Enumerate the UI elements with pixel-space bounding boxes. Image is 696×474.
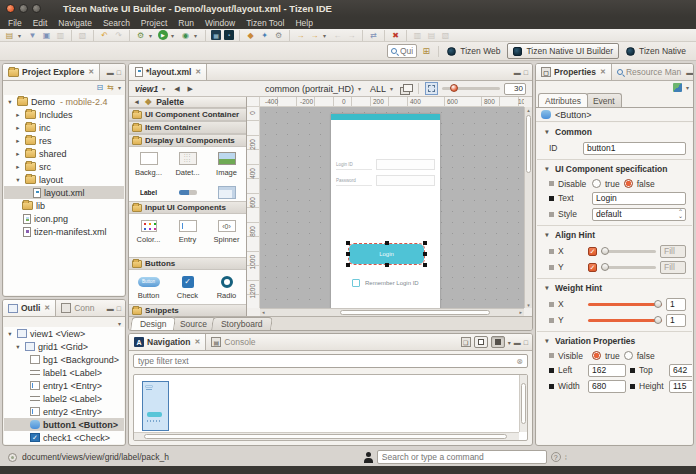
new-wizard-caret-icon[interactable]: ▾	[18, 32, 24, 39]
outline-item-entry2[interactable]: entry2 <Entry>	[4, 405, 124, 418]
redo-icon[interactable]: ↷	[113, 30, 124, 41]
maximize-icon[interactable]: □	[524, 339, 528, 346]
tree-item-icon-png[interactable]: icon.png	[4, 212, 124, 225]
subtab-attributes[interactable]: Attributes	[538, 93, 588, 107]
run-caret-icon[interactable]: ▾	[171, 32, 177, 39]
palette-item-label[interactable]: Label Label	[129, 181, 168, 201]
twist-icon[interactable]: ▸	[14, 111, 22, 119]
clear-filter-icon[interactable]: ⊗	[516, 357, 523, 366]
twist-icon[interactable]: ▾	[14, 176, 22, 184]
print-icon[interactable]: ▥	[55, 30, 66, 41]
twist-icon[interactable]: ▾	[6, 98, 14, 106]
run-last-icon[interactable]: →	[295, 30, 306, 41]
align-y-slider[interactable]	[601, 266, 656, 269]
zoom-slider[interactable]	[442, 87, 500, 90]
window-maximize-button[interactable]	[32, 4, 41, 13]
view-menu-icon[interactable]: ▾	[508, 339, 511, 346]
twist-icon[interactable]: ▾	[6, 330, 14, 338]
id-input[interactable]	[583, 142, 686, 155]
section-align-header[interactable]: ▾ Align Hint	[537, 226, 692, 243]
palette-item-slider[interactable]: Slider	[129, 248, 168, 257]
palette-item-check[interactable]: ✓ Check	[168, 270, 207, 304]
navigation-horizontal-scrollbar[interactable]	[134, 432, 519, 440]
palette-item-image[interactable]: Image	[207, 147, 246, 181]
palette-item-spinner[interactable]: ‹0› Spinner	[207, 214, 246, 248]
disable-true-radio[interactable]	[592, 179, 601, 188]
width-input[interactable]	[588, 380, 626, 393]
outline-item-grid1[interactable]: ▾ grid1 <Grid>	[4, 340, 124, 353]
undo-icon[interactable]: ↶	[99, 30, 110, 41]
resize-handle[interactable]	[423, 241, 427, 245]
menu-search[interactable]: Search	[103, 18, 130, 28]
tab-outline[interactable]: Outli ✕	[3, 300, 56, 316]
tab-navigation[interactable]: A Navigation ✕	[129, 334, 206, 350]
tab-resource-manager[interactable]: Resource Man	[612, 64, 686, 80]
view-a-icon[interactable]: ▥	[412, 30, 423, 41]
style-spinner-icon[interactable]: ⌃⌄	[678, 210, 683, 218]
palette-category-input[interactable]: Input UI Components	[129, 201, 246, 214]
tab-properties[interactable]: ▢ Properties ✕	[536, 64, 612, 80]
disable-false-radio[interactable]	[624, 179, 633, 188]
weight-x-slider[interactable]	[588, 303, 662, 306]
tree-item-res[interactable]: ▸ res	[4, 134, 124, 147]
minimize-icon[interactable]: ▬	[107, 69, 114, 76]
window-minimize-button[interactable]	[19, 4, 28, 13]
close-icon[interactable]: ✕	[600, 68, 606, 76]
canvas-horizontal-scrollbar[interactable]: ◂ ▸	[260, 308, 524, 316]
terminate-icon[interactable]: ✖	[390, 30, 401, 41]
filter-caret-icon[interactable]: ▾	[390, 85, 396, 92]
canvas-grid[interactable]: Login ID Password Login	[260, 107, 524, 308]
outline-item-button1[interactable]: button1 <Button>	[4, 418, 124, 431]
package-icon[interactable]: ◆	[245, 30, 256, 41]
certificate-icon[interactable]: ✦	[259, 30, 270, 41]
top-input[interactable]	[669, 364, 692, 377]
close-icon[interactable]: ✕	[44, 304, 50, 312]
close-icon[interactable]: ✕	[88, 68, 94, 76]
run-history-icon[interactable]: →	[309, 30, 320, 41]
left-input[interactable]	[588, 364, 626, 377]
filter-selector[interactable]: ALL	[370, 84, 386, 94]
open-perspective-icon[interactable]: ⊞	[423, 45, 431, 57]
view-b-icon[interactable]: ▤	[426, 30, 437, 41]
resize-handle[interactable]	[346, 241, 350, 245]
canvas-vertical-scrollbar[interactable]: ▴ ▾	[524, 107, 532, 308]
profile-selector[interactable]: common (portrait_HD)	[265, 84, 354, 94]
design-canvas[interactable]: -400 -200 0 200 400 600 800 1000 1200 0 …	[247, 97, 532, 316]
minimize-icon[interactable]: ▬	[686, 69, 693, 76]
palette-category-snippets[interactable]: Snippets	[129, 304, 246, 316]
password-label[interactable]: Password	[336, 175, 372, 186]
resize-handle[interactable]	[423, 263, 427, 267]
view-selector[interactable]: view1	[135, 84, 158, 94]
profile-caret-icon[interactable]: ▾	[194, 32, 200, 39]
style-select[interactable]	[592, 208, 686, 221]
scroll-right-icon[interactable]: ▸	[519, 309, 522, 315]
section-weight-header[interactable]: ▾ Weight Hint	[537, 279, 692, 296]
thumbnail-mode-button[interactable]	[491, 336, 505, 348]
palette-item-entry[interactable]: Entry	[168, 214, 207, 248]
save-icon[interactable]: ▼	[27, 30, 38, 41]
view-c-icon[interactable]: ▧	[440, 30, 451, 41]
collapse-all-icon[interactable]: ⊟	[97, 83, 104, 92]
device-manager-icon[interactable]: ▪	[224, 30, 234, 40]
collapse-palette-icon[interactable]: ◂	[133, 98, 141, 106]
new-page-icon[interactable]: ❏	[461, 337, 471, 347]
phone-screen[interactable]: Login ID Password Login	[331, 114, 440, 308]
visible-true-radio[interactable]	[592, 351, 601, 360]
list-mode-button[interactable]	[474, 336, 488, 348]
login-id-entry[interactable]	[376, 159, 435, 170]
link-with-editor-icon[interactable]: ⇄	[368, 30, 379, 41]
menu-project[interactable]: Project	[141, 18, 167, 28]
quick-access-input[interactable]	[400, 46, 413, 56]
palette-item-layout[interactable]: Layout	[207, 181, 246, 201]
user-icon[interactable]	[363, 452, 373, 463]
preferences-icon[interactable]: ⚙	[273, 30, 284, 41]
tree-item-shared[interactable]: ▸ shared	[4, 147, 124, 160]
view-menu-icon[interactable]: ▾	[686, 84, 689, 91]
quick-access-box[interactable]	[387, 44, 417, 58]
tree-item-inc[interactable]: ▸ inc	[4, 121, 124, 134]
debug-icon[interactable]: ⚙	[135, 30, 146, 41]
tab-project-explorer[interactable]: Project Explore ✕	[3, 64, 100, 80]
scrollbar-thumb[interactable]	[521, 383, 526, 424]
maximize-icon[interactable]: □	[524, 69, 528, 76]
pin-properties-icon[interactable]	[673, 83, 682, 92]
